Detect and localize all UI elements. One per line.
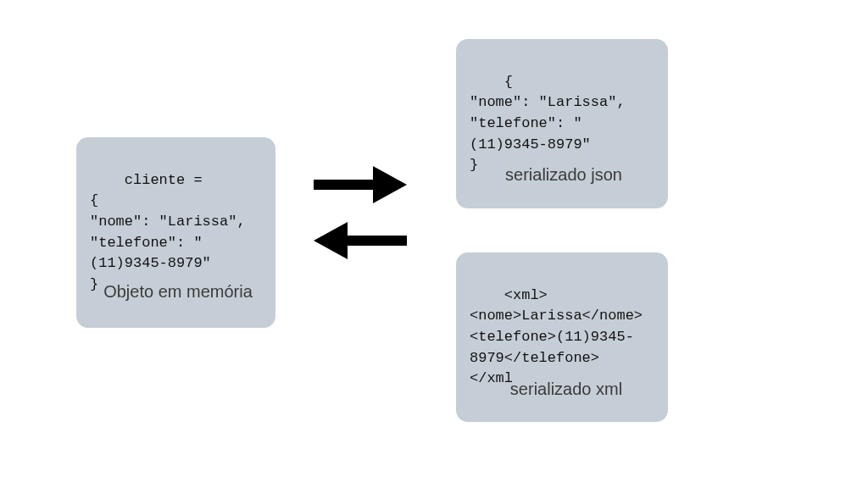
svg-rect-0: [314, 180, 378, 190]
memory-object-caption: Objeto em memória: [93, 282, 263, 302]
arrow-right-icon: [314, 166, 407, 203]
arrow-left-icon: [314, 222, 407, 259]
json-serialized-caption: serializado json: [492, 165, 636, 185]
diagram-canvas: cliente = { "nome": "Larissa", "telefone…: [0, 0, 868, 488]
xml-serialized-caption: serializado xml: [498, 380, 634, 399]
xml-serialized-code: <xml> <nome>Larissa</nome> <telefone>(11…: [470, 287, 643, 387]
svg-rect-2: [342, 236, 407, 246]
svg-marker-3: [314, 222, 348, 259]
json-serialized-code: { "nome": "Larissa", "telefone": " (11)9…: [470, 74, 626, 174]
memory-object-code: cliente = { "nome": "Larissa", "telefone…: [90, 172, 246, 292]
svg-marker-1: [373, 166, 407, 203]
